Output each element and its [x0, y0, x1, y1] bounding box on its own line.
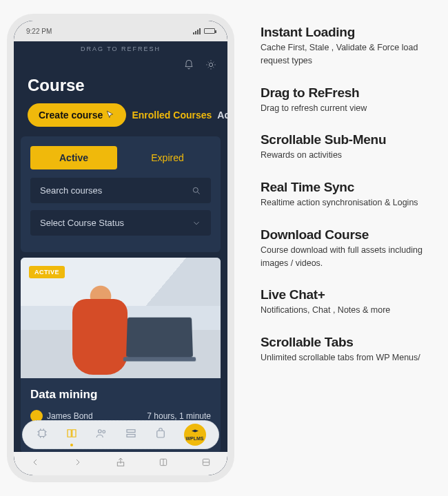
- bottom-nav: WPLMS: [22, 420, 219, 449]
- status-time: 9:22 PM: [26, 28, 52, 35]
- battery-icon: [204, 28, 215, 34]
- feature-title: Drag to ReFresh: [261, 85, 434, 101]
- course-duration: 7 hours, 1 minute: [147, 411, 211, 421]
- svg-rect-2: [39, 431, 45, 437]
- svg-point-3: [98, 430, 101, 433]
- feature-title: Real Time Sync: [261, 180, 434, 195]
- phone-frame: 9:22 PM DRAG TO REFRESH Course Create c: [7, 14, 234, 482]
- author-name: James Bond: [47, 411, 93, 421]
- select-status-label: Select Course Status: [40, 218, 124, 228]
- feature-desc: Drag to refresh current view: [261, 102, 434, 115]
- chevron-down-icon: [192, 218, 201, 228]
- achievements-tab[interactable]: Achieve: [217, 110, 227, 121]
- nav-chip-icon[interactable]: [36, 427, 48, 442]
- phone-screen: 9:22 PM DRAG TO REFRESH Course Create c: [14, 21, 227, 475]
- cursor-icon: [105, 110, 115, 120]
- tabs-icon[interactable]: [158, 457, 169, 471]
- phone-column: 9:22 PM DRAG TO REFRESH Course Create c: [0, 0, 241, 496]
- feature-item: Scrollable Tabs Unlimited scrollable tab…: [261, 335, 434, 364]
- feature-desc: Notifications, Chat , Notes & more: [261, 304, 434, 317]
- svg-point-4: [102, 431, 105, 433]
- feature-item: Drag to ReFresh Drag to refresh current …: [261, 85, 434, 115]
- create-course-label: Create course: [39, 110, 103, 121]
- svg-point-1: [193, 187, 198, 192]
- feature-desc: Cache First, Stale , Validate & Force lo…: [261, 41, 434, 68]
- svg-point-0: [209, 63, 212, 66]
- header-actions: [14, 59, 227, 76]
- nav-grid-icon[interactable]: [125, 427, 137, 442]
- search-icon: [192, 186, 201, 196]
- feature-desc: Unlimited scrollable tabs from WP Menus/: [261, 351, 434, 364]
- feature-title: Live Chat+: [261, 287, 434, 302]
- forward-icon[interactable]: [72, 457, 83, 471]
- feature-item: Real Time Sync Realtime action synchroni…: [261, 180, 434, 209]
- feature-desc: Course download with full assets includi…: [261, 244, 434, 270]
- feature-title: Scrollable Sub-Menu: [261, 132, 434, 147]
- feature-item: Live Chat+ Notifications, Chat , Notes &…: [261, 287, 434, 317]
- segment-active[interactable]: Active: [30, 146, 117, 169]
- theme-icon[interactable]: [205, 59, 216, 73]
- bell-icon[interactable]: [183, 59, 194, 73]
- feature-desc: Rewards on activities: [261, 149, 434, 162]
- course-thumbnail: ACTIVE: [21, 258, 221, 378]
- feature-title: Download Course: [261, 227, 434, 242]
- create-course-button[interactable]: Create course: [28, 103, 126, 127]
- status-indicators: [193, 28, 215, 34]
- select-status-dropdown[interactable]: Select Course Status: [30, 210, 211, 236]
- content-panel: Active Expired Search courses Select Cou…: [21, 136, 221, 252]
- share-icon[interactable]: [115, 457, 126, 471]
- nav-book-icon[interactable]: [65, 427, 78, 442]
- status-segments: Active Expired: [30, 146, 211, 169]
- feature-item: Instant Loading Cache First, Stale , Val…: [261, 25, 434, 68]
- drag-to-refresh-label: DRAG TO REFRESH: [14, 41, 227, 59]
- logo-icon: [191, 429, 199, 436]
- enrolled-courses-tab[interactable]: Enrolled Courses: [132, 110, 212, 121]
- nav-bag-icon[interactable]: [154, 427, 167, 442]
- search-placeholder: Search courses: [40, 185, 102, 196]
- signal-icon: [193, 28, 201, 34]
- logo-text: WPLMS: [185, 436, 203, 441]
- search-input[interactable]: Search courses: [30, 178, 211, 203]
- status-bar: 9:22 PM: [14, 21, 227, 41]
- course-title: Data mining: [30, 388, 211, 402]
- svg-rect-5: [127, 430, 135, 433]
- course-tabs[interactable]: Create course Enrolled Courses Achieve: [14, 103, 227, 136]
- menu-icon[interactable]: [201, 457, 212, 471]
- svg-rect-6: [127, 435, 135, 437]
- logo-badge[interactable]: WPLMS: [184, 424, 206, 446]
- feature-desc: Realtime action synchronisation & Logins: [261, 196, 434, 209]
- feature-item: Scrollable Sub-Menu Rewards on activitie…: [261, 132, 434, 162]
- back-icon[interactable]: [30, 457, 41, 471]
- browser-toolbar: [14, 452, 227, 475]
- segment-expired[interactable]: Expired: [124, 146, 211, 169]
- status-badge: ACTIVE: [29, 266, 65, 278]
- feature-title: Scrollable Tabs: [261, 335, 434, 350]
- features-column: Instant Loading Cache First, Stale , Val…: [241, 0, 448, 496]
- nav-people-icon[interactable]: [95, 427, 108, 442]
- feature-item: Download Course Course download with ful…: [261, 227, 434, 270]
- svg-rect-7: [156, 431, 164, 437]
- page-title: Course: [14, 76, 227, 103]
- feature-title: Instant Loading: [261, 25, 434, 40]
